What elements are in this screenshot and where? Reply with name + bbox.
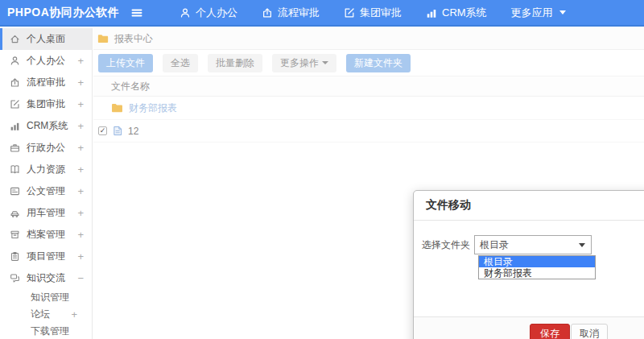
dialog-title: 文件移动 xyxy=(426,198,471,213)
nav-item-label: 流程审批 xyxy=(278,6,320,20)
process-icon xyxy=(10,77,20,88)
sidebar-item-crm[interactable]: CRM系统 + xyxy=(0,115,92,137)
sidebar-item-label: 行政办公 xyxy=(27,141,71,155)
nav-item-group-approval[interactable]: 集团审批 xyxy=(332,0,414,26)
sidebar-item-personal-desktop[interactable]: 个人桌面 xyxy=(0,28,92,50)
nav-item-label: 更多应用 xyxy=(511,6,553,20)
folder-select-dropdown: 根目录 财务部报表 xyxy=(478,255,596,279)
expand-plus[interactable]: + xyxy=(77,55,84,67)
expand-plus[interactable]: + xyxy=(77,120,84,132)
hamburger-icon xyxy=(130,6,143,19)
nav-item-label: 个人办公 xyxy=(196,6,237,20)
expand-plus[interactable]: + xyxy=(77,98,84,110)
sidebar-subitem-forum[interactable]: 论坛 + xyxy=(0,306,92,323)
sidebar-item-document-mgmt[interactable]: 公文管理 + xyxy=(0,180,92,202)
sidebar-item-hr[interactable]: 人力资源 + xyxy=(0,159,92,180)
sidebar-item-project-mgmt[interactable]: 项目管理 + xyxy=(0,246,92,267)
sidebar-item-label: 知识交流 xyxy=(27,271,71,285)
expand-plus[interactable]: + xyxy=(77,76,84,89)
sidebar-subitem-knowledge-mgmt[interactable]: 知识管理 xyxy=(0,289,92,306)
breadcrumb: 报表中心 xyxy=(93,28,644,50)
nav-item-crm[interactable]: CRM系统 xyxy=(414,0,499,26)
file-name: 12 xyxy=(128,126,138,137)
sidebar-subitem-download-mgmt[interactable]: 下载管理 xyxy=(0,323,92,339)
breadcrumb-label: 报表中心 xyxy=(114,32,153,46)
expand-plus[interactable]: + xyxy=(77,185,84,197)
book-icon xyxy=(10,164,20,175)
archive-icon xyxy=(10,229,20,240)
table-row-file[interactable]: ✓ 12 xyxy=(93,120,644,143)
briefcase-icon xyxy=(10,143,20,153)
save-button[interactable]: 保存 xyxy=(530,324,570,339)
folder-icon xyxy=(111,103,123,113)
sidebar-item-label: 人力资源 xyxy=(27,163,71,176)
expand-plus[interactable]: + xyxy=(71,308,77,320)
nav-item-label: CRM系统 xyxy=(442,6,487,20)
sidebar-item-knowledge-exchange[interactable]: 知识交流 − xyxy=(0,267,92,289)
sidebar-item-personal-office[interactable]: 个人办公 + xyxy=(0,50,92,72)
nav-item-more-apps[interactable]: 更多应用 xyxy=(499,0,578,26)
caret-down-icon xyxy=(322,61,328,64)
nav-item-label: 集团审批 xyxy=(360,6,402,20)
expand-plus[interactable]: + xyxy=(77,229,84,241)
expand-plus[interactable]: + xyxy=(77,142,84,154)
sidebar-item-vehicle-mgmt[interactable]: 用车管理 + xyxy=(0,202,92,224)
sidebar-item-label: 个人桌面 xyxy=(27,32,77,46)
menu-toggle-button[interactable] xyxy=(121,6,153,19)
batch-delete-button[interactable]: 批量删除 xyxy=(208,54,262,72)
folder-name-link[interactable]: 财务部报表 xyxy=(129,101,177,115)
top-navbar: PHPOA协同办公软件 个人办公 流程审批 集团审批 CRM系统 更多应用 xyxy=(0,0,644,27)
sidebar-item-admin-office[interactable]: 行政办公 + xyxy=(0,137,92,159)
cancel-button[interactable]: 取消 xyxy=(571,324,608,339)
move-file-dialog: 文件移动 选择文件夹 根目录 根目录 财务部报表 保存 取消 xyxy=(413,190,644,339)
sidebar-item-archive-mgmt[interactable]: 档案管理 + xyxy=(0,224,92,246)
edit-square-icon xyxy=(10,99,20,110)
sidebar-subitem-label: 下载管理 xyxy=(31,325,77,338)
check-icon: ✓ xyxy=(100,127,106,134)
sidebar-item-label: 档案管理 xyxy=(27,228,71,242)
nav-item-personal-office[interactable]: 个人办公 xyxy=(167,0,250,26)
collapse-minus[interactable]: − xyxy=(77,272,84,284)
more-actions-label: 更多操作 xyxy=(280,56,319,70)
folder-select-row: 选择文件夹 根目录 xyxy=(414,235,592,254)
folder-icon xyxy=(97,34,109,43)
dialog-body: 选择文件夹 根目录 根目录 财务部报表 xyxy=(414,221,644,311)
row-checkbox[interactable]: ✓ xyxy=(98,126,107,135)
column-header-filename: 文件名称 xyxy=(111,80,150,93)
sidebar-item-label: CRM系统 xyxy=(27,119,71,133)
upload-file-button[interactable]: 上传文件 xyxy=(98,54,153,72)
sidebar-item-group-approval[interactable]: 集团审批 + xyxy=(0,93,92,115)
more-actions-button[interactable]: 更多操作 xyxy=(272,54,336,72)
new-folder-button[interactable]: 新建文件夹 xyxy=(346,54,411,72)
dialog-footer: 保存 取消 xyxy=(414,316,644,339)
folder-select[interactable]: 根目录 xyxy=(474,235,592,254)
table-row-folder[interactable]: 财务部报表 xyxy=(93,97,644,120)
expand-plus[interactable]: + xyxy=(77,250,84,263)
bar-chart-icon xyxy=(426,7,437,19)
process-icon xyxy=(262,7,273,19)
nav-item-workflow-approval[interactable]: 流程审批 xyxy=(250,0,332,26)
table-header: 文件名称 xyxy=(93,76,644,97)
folder-select-value: 根目录 xyxy=(480,238,509,252)
doc-card-icon xyxy=(10,186,20,196)
user-icon xyxy=(180,7,191,19)
folder-select-label: 选择文件夹 xyxy=(414,238,474,252)
car-icon xyxy=(10,208,20,218)
app-logo: PHPOA协同办公软件 xyxy=(0,6,121,20)
sidebar-subitem-label: 论坛 xyxy=(31,308,71,321)
expand-plus[interactable]: + xyxy=(77,207,84,219)
select-all-button[interactable]: 全选 xyxy=(163,54,198,72)
select-option-finance-reports[interactable]: 财务部报表 xyxy=(479,267,595,279)
expand-plus[interactable]: + xyxy=(77,163,84,176)
user-icon xyxy=(10,56,20,66)
sidebar-item-workflow-approval[interactable]: 流程审批 + xyxy=(0,72,92,93)
bar-chart-icon xyxy=(10,121,20,131)
chat-icon xyxy=(10,273,20,283)
edit-square-icon xyxy=(344,7,355,19)
clipboard-icon xyxy=(10,251,20,262)
caret-down-icon xyxy=(559,10,566,14)
sidebar-item-label: 公文管理 xyxy=(27,184,71,198)
select-caret-icon xyxy=(579,243,585,247)
sidebar-subitem-label: 知识管理 xyxy=(31,291,77,304)
home-icon xyxy=(10,34,20,44)
